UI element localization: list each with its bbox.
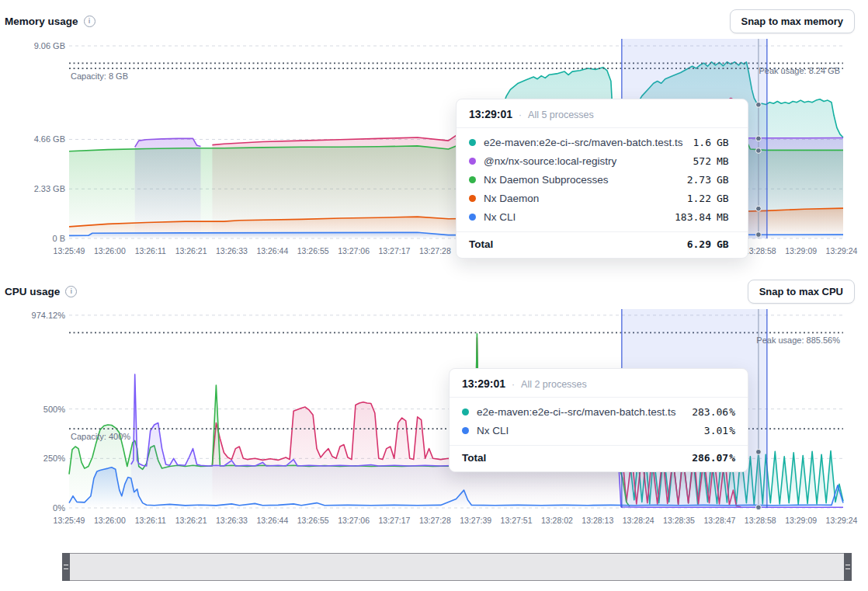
process-value: 183.84 xyxy=(675,211,711,223)
x-axis-tick-label: 13:26:11 xyxy=(128,246,173,256)
x-axis-tick-label: 13:26:44 xyxy=(250,246,295,256)
process-name: Nx CLI xyxy=(477,425,704,436)
process-name: Nx CLI xyxy=(484,211,675,223)
x-axis-tick-label: 13:28:24 xyxy=(616,516,661,525)
memory-tooltip: 13:29:01·All 5 processese2e-maven:e2e-ci… xyxy=(456,99,748,259)
y-axis-tick-label: 0 B xyxy=(11,234,65,243)
x-axis-tick-label: 13:26:33 xyxy=(209,516,254,525)
process-value: 283.06 xyxy=(692,406,728,418)
process-name: @nx/nx-source:local-registry xyxy=(484,155,693,167)
tooltip-time: 13:29:01 xyxy=(469,108,512,120)
capacity-label: Capacity: 400% xyxy=(71,432,130,441)
x-axis-tick-label: 13:27:06 xyxy=(332,516,377,525)
memory-info-icon[interactable] xyxy=(84,16,95,27)
x-axis-tick-label: 13:26:55 xyxy=(290,516,335,525)
scrollbar-right-handle[interactable] xyxy=(844,553,852,581)
x-axis-tick-label: 13:28:35 xyxy=(657,516,702,525)
crosshair-dot-icon xyxy=(756,505,762,510)
process-unit: GB xyxy=(717,137,735,148)
tooltip-total-row: Total6.29GB xyxy=(457,231,748,258)
x-axis-tick-label: 13:28:58 xyxy=(738,516,783,525)
tooltip-total-row: Total286.07% xyxy=(450,445,748,471)
memory-usage-title-text: Memory usage xyxy=(5,16,78,27)
x-axis-tick-label: 13:29:09 xyxy=(779,246,824,256)
process-name: e2e-maven:e2e-ci--src/maven-batch.test.t… xyxy=(477,406,692,418)
cpu-tooltip: 13:29:01·All 2 processese2e-maven:e2e-ci… xyxy=(449,368,748,472)
cpu-usage-title: CPU usage xyxy=(5,286,77,297)
y-axis-tick-label: 974.12% xyxy=(11,311,65,320)
tooltip-header: 13:29:01·All 2 processes xyxy=(450,369,748,398)
process-unit: % xyxy=(729,406,735,418)
x-axis-tick-label: 13:27:28 xyxy=(412,516,457,525)
dot-separator: · xyxy=(512,379,515,390)
process-value: 2.73 xyxy=(687,174,711,186)
process-value: 572 xyxy=(693,155,711,167)
crosshair-dot-icon xyxy=(756,449,762,454)
capacity-label: Capacity: 8 GB xyxy=(71,71,128,81)
x-axis-tick-label: 13:26:00 xyxy=(87,516,132,525)
y-axis-tick-label: 500% xyxy=(11,405,65,414)
profiler-app: Memory usage Snap to max memory CPU usag… xyxy=(0,0,868,591)
x-axis-tick-label: 13:28:02 xyxy=(534,516,579,525)
tooltip-row: e2e-maven:e2e-ci--src/maven-batch.test.t… xyxy=(469,133,735,151)
tooltip-row: Nx CLI3.01% xyxy=(462,421,735,440)
total-value: 286.07 xyxy=(692,452,728,464)
crosshair-dot-icon xyxy=(756,232,762,238)
snap-to-max-memory-button[interactable]: Snap to max memory xyxy=(730,9,856,33)
tooltip-rows: e2e-maven:e2e-ci--src/maven-batch.test.t… xyxy=(450,398,748,445)
tooltip-subtitle: All 5 processes xyxy=(528,110,594,120)
series-dot-icon xyxy=(469,139,476,146)
x-axis-tick-label: 13:26:33 xyxy=(209,246,254,256)
cpu-usage-title-text: CPU usage xyxy=(5,286,60,297)
x-axis-tick-label: 13:25:49 xyxy=(47,516,92,525)
series-dot-icon xyxy=(469,158,476,165)
y-axis-tick-label: 4.66 GB xyxy=(11,134,65,144)
tooltip-subtitle: All 2 processes xyxy=(521,379,587,390)
x-axis-tick-label: 13:29:09 xyxy=(779,516,824,525)
timeline-scrollbar[interactable] xyxy=(62,553,852,581)
peak-usage-label: Peak usage: 885.56% xyxy=(669,335,840,345)
x-axis-tick-label: 13:26:44 xyxy=(250,516,295,525)
x-axis-tick-label: 13:28:47 xyxy=(697,516,742,525)
scrollbar-left-handle[interactable] xyxy=(62,553,70,581)
total-unit: GB xyxy=(717,238,735,250)
memory-usage-title: Memory usage xyxy=(5,16,95,27)
y-axis-tick-label: 0% xyxy=(11,503,65,513)
x-axis-tick-label: 13:25:49 xyxy=(47,246,92,256)
peak-usage-label: Peak usage: 8.24 GB xyxy=(669,66,840,75)
process-name: Nx Daemon xyxy=(484,193,687,204)
tooltip-row: Nx Daemon1.22GB xyxy=(469,189,735,207)
x-axis-tick-label: 13:29:24 xyxy=(819,516,864,525)
series-dot-icon xyxy=(462,427,469,434)
x-axis-tick-label: 13:27:17 xyxy=(372,516,417,525)
process-value: 1.6 xyxy=(693,137,711,148)
tooltip-row: @nx/nx-source:local-registry572MB xyxy=(469,151,735,170)
tooltip-time: 13:29:01 xyxy=(462,377,505,390)
x-axis-tick-label: 13:27:39 xyxy=(453,516,498,525)
tooltip-row: Nx Daemon Subprocesses2.73GB xyxy=(469,170,735,189)
x-axis-tick-label: 13:26:00 xyxy=(87,246,132,256)
tooltip-row: e2e-maven:e2e-ci--src/maven-batch.test.t… xyxy=(462,402,735,421)
x-axis-tick-label: 13:28:13 xyxy=(575,516,620,525)
tooltip-rows: e2e-maven:e2e-ci--src/maven-batch.test.t… xyxy=(457,128,748,231)
total-label: Total xyxy=(462,452,692,464)
grip-icon xyxy=(845,565,850,569)
snap-to-max-cpu-button[interactable]: Snap to max CPU xyxy=(748,280,855,304)
process-unit: % xyxy=(729,425,735,436)
process-unit: GB xyxy=(717,193,735,204)
x-axis-tick-label: 13:27:51 xyxy=(494,516,539,525)
series-dot-icon xyxy=(462,408,469,415)
crosshair-dot-icon xyxy=(756,206,762,211)
process-unit: GB xyxy=(717,174,735,186)
process-unit: MB xyxy=(717,211,735,223)
crosshair-dot-icon xyxy=(756,136,762,141)
total-unit: % xyxy=(729,452,735,464)
cpu-info-icon[interactable] xyxy=(65,286,77,297)
total-value: 6.29 xyxy=(687,238,711,250)
process-name: Nx Daemon Subprocesses xyxy=(484,174,687,186)
x-axis-tick-label: 13:27:28 xyxy=(412,246,457,256)
series-dot-icon xyxy=(469,176,476,183)
process-unit: MB xyxy=(717,155,735,167)
process-value: 3.01 xyxy=(704,425,728,436)
crosshair-dot-icon xyxy=(756,102,762,107)
